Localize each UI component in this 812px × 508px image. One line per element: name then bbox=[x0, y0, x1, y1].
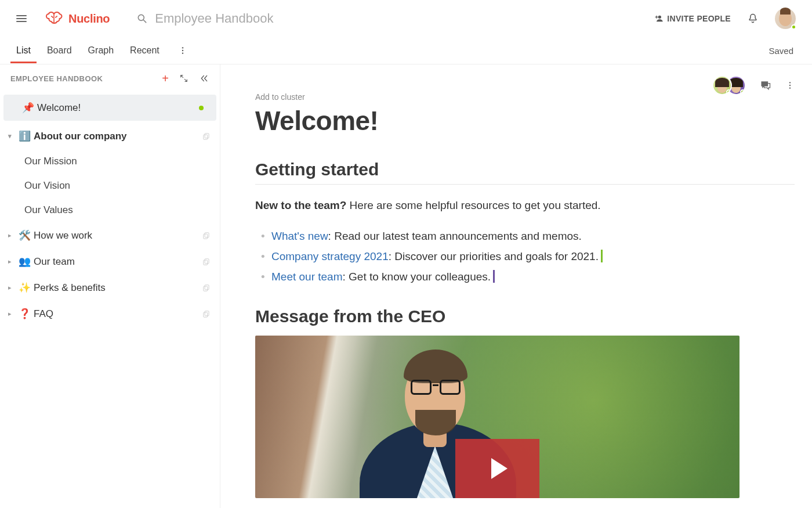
search-icon[interactable] bbox=[136, 13, 148, 24]
list-item[interactable]: Company strategy 2021: Discover our prio… bbox=[271, 246, 795, 266]
sidebar-item-label: Our Mission bbox=[24, 156, 77, 167]
svg-point-17 bbox=[789, 85, 791, 86]
svg-rect-14 bbox=[205, 311, 209, 315]
link-company-strategy[interactable]: Company strategy 2021 bbox=[271, 250, 389, 262]
collab-cursor-icon bbox=[601, 250, 603, 262]
brain-icon bbox=[45, 12, 64, 26]
pin-icon: 📌 bbox=[22, 102, 34, 114]
svg-rect-7 bbox=[204, 135, 208, 139]
page-more-button[interactable] bbox=[785, 81, 795, 90]
question-icon: ❓ bbox=[19, 308, 30, 320]
view-more-button[interactable] bbox=[176, 44, 190, 57]
collaborator-avatar[interactable] bbox=[712, 75, 732, 95]
collaborator-avatars bbox=[712, 75, 746, 95]
svg-point-16 bbox=[789, 82, 791, 83]
tab-graph[interactable]: Graph bbox=[88, 39, 114, 62]
chevron-right-icon: ▸ bbox=[8, 310, 14, 318]
link-tail: : Discover our priorities and goals for … bbox=[389, 250, 599, 262]
svg-point-4 bbox=[182, 50, 183, 51]
intro-bold: New to the team? bbox=[255, 199, 346, 211]
resource-list: What's new: Read our latest team announc… bbox=[255, 226, 795, 287]
invite-label: INVITE PEOPLE bbox=[667, 14, 731, 23]
svg-point-2 bbox=[658, 16, 661, 19]
collapse-sidebar-button[interactable] bbox=[199, 74, 209, 83]
sidebar-item-about[interactable]: ▾ ℹ️ About our company bbox=[0, 123, 220, 149]
invite-people-button[interactable]: INVITE PEOPLE bbox=[654, 14, 731, 23]
chevron-right-icon: ▸ bbox=[8, 284, 14, 291]
notifications-button[interactable] bbox=[747, 13, 759, 24]
sidebar-item-faq[interactable]: ▸ ❓ FAQ bbox=[0, 301, 220, 327]
sidebar-item-perks[interactable]: ▸ ✨ Perks & benefits bbox=[0, 275, 220, 301]
sidebar-actions: + bbox=[162, 73, 209, 84]
sidebar-item-label: Our Vision bbox=[24, 180, 70, 192]
brand[interactable]: Nuclino bbox=[45, 12, 110, 26]
link-meet-team[interactable]: Meet our team bbox=[271, 271, 343, 283]
list-item[interactable]: What's new: Read our latest team announc… bbox=[271, 226, 795, 246]
svg-point-5 bbox=[182, 52, 183, 53]
page-title[interactable]: Welcome! bbox=[255, 105, 795, 136]
sidebar-item-label: Our Values bbox=[24, 204, 73, 216]
section-ceo-message[interactable]: Message from the CEO bbox=[255, 307, 795, 326]
person-add-icon bbox=[654, 14, 664, 23]
search bbox=[136, 11, 654, 26]
copy-icon[interactable] bbox=[202, 258, 211, 266]
copy-icon[interactable] bbox=[202, 310, 211, 318]
current-user-avatar[interactable] bbox=[775, 8, 796, 29]
sidebar-item-ourteam[interactable]: ▸ 👥 Our team bbox=[0, 248, 220, 275]
tab-recent[interactable]: Recent bbox=[130, 39, 160, 62]
play-button[interactable] bbox=[455, 439, 539, 498]
brand-name: Nuclino bbox=[68, 12, 110, 26]
sparkle-icon: ✨ bbox=[19, 282, 30, 294]
svg-rect-12 bbox=[205, 284, 209, 289]
info-icon: ℹ️ bbox=[19, 130, 30, 142]
list-item[interactable]: Meet our team: Get to know your colleagu… bbox=[271, 266, 795, 287]
view-bar: List Board Graph Recent Saved bbox=[0, 37, 812, 64]
section-getting-started[interactable]: Getting started bbox=[255, 160, 795, 185]
sidebar-item-values[interactable]: Our Values bbox=[24, 198, 220, 222]
copy-icon[interactable] bbox=[202, 132, 211, 140]
menu-button[interactable] bbox=[16, 12, 30, 26]
link-whats-new[interactable]: What's new bbox=[271, 230, 328, 242]
presence-dot-icon bbox=[199, 106, 204, 110]
link-tail: : Read our latest team announcements and… bbox=[328, 230, 582, 242]
collab-cursor-icon bbox=[493, 270, 495, 283]
copy-icon[interactable] bbox=[202, 284, 211, 292]
main: EMPLOYEE HANDBOOK + 📌 Welcome! bbox=[0, 64, 812, 508]
chevron-right-icon: ▸ bbox=[8, 232, 14, 239]
tab-board[interactable]: Board bbox=[47, 39, 72, 62]
tab-list[interactable]: List bbox=[16, 39, 31, 62]
sidebar-item-label: FAQ bbox=[34, 308, 53, 320]
save-status: Saved bbox=[768, 46, 793, 56]
intro-text[interactable]: New to the team? Here are some helpful r… bbox=[255, 197, 795, 214]
tools-icon: 🛠️ bbox=[19, 229, 30, 242]
svg-point-3 bbox=[182, 47, 183, 48]
workspace-name: EMPLOYEE HANDBOOK bbox=[10, 74, 103, 83]
presence-dot-icon bbox=[791, 24, 796, 30]
link-tail: : Get to know your colleagues. bbox=[343, 271, 491, 283]
sidebar-sub-about: Our Mission Our Vision Our Values bbox=[0, 149, 220, 222]
sidebar: EMPLOYEE HANDBOOK + 📌 Welcome! bbox=[0, 64, 220, 508]
ceo-video[interactable] bbox=[255, 336, 740, 498]
top-bar: Nuclino INVITE PEOPLE bbox=[0, 0, 812, 37]
sidebar-item-label: Perks & benefits bbox=[34, 282, 106, 294]
svg-rect-13 bbox=[204, 286, 208, 291]
comments-button[interactable] bbox=[760, 80, 771, 91]
content-toolbar bbox=[255, 64, 795, 96]
play-icon bbox=[491, 458, 507, 479]
view-tabs: List Board Graph Recent bbox=[16, 39, 190, 62]
sidebar-header: EMPLOYEE HANDBOOK + bbox=[0, 64, 220, 88]
sidebar-item-welcome[interactable]: 📌 Welcome! bbox=[3, 95, 216, 121]
sidebar-item-vision[interactable]: Our Vision bbox=[24, 174, 220, 198]
sidebar-item-howwework[interactable]: ▸ 🛠️ How we work bbox=[0, 222, 220, 248]
sidebar-item-label: Welcome! bbox=[37, 102, 81, 114]
svg-rect-6 bbox=[205, 133, 209, 138]
svg-rect-8 bbox=[205, 232, 209, 237]
search-input[interactable] bbox=[155, 11, 398, 26]
sidebar-tree: 📌 Welcome! ▾ ℹ️ About our company Our Mi… bbox=[0, 88, 220, 508]
svg-line-1 bbox=[144, 20, 146, 23]
sidebar-item-mission[interactable]: Our Mission bbox=[24, 149, 220, 174]
copy-icon[interactable] bbox=[202, 232, 211, 240]
svg-point-0 bbox=[139, 15, 144, 20]
expand-tree-button[interactable] bbox=[179, 74, 188, 83]
add-item-button[interactable]: + bbox=[162, 73, 169, 84]
